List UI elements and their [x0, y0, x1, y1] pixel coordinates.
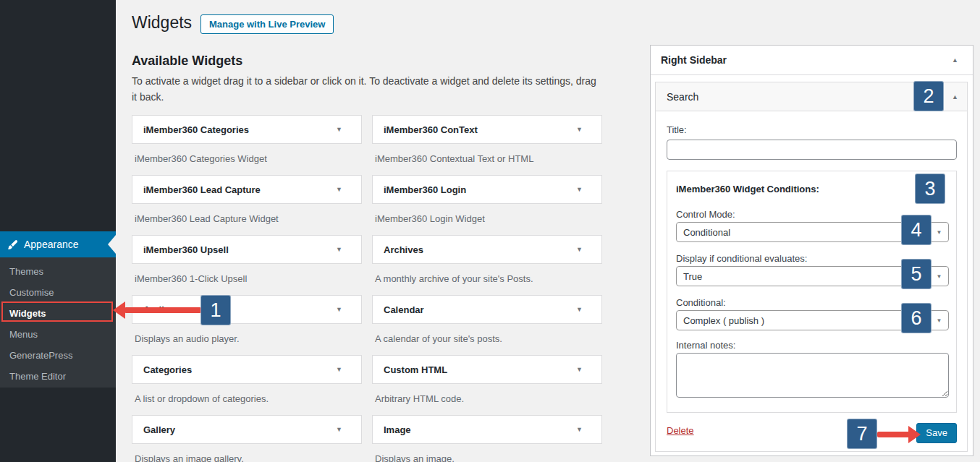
- widget-description: Displays an image gallery.: [132, 453, 362, 462]
- widget-cell: Categories▼ A list or dropdown of catego…: [132, 355, 362, 415]
- widget-image[interactable]: Image▼: [372, 415, 602, 444]
- widget-name: iMember360 ConText: [384, 124, 576, 135]
- widget-cell: iMember360 Login▼ iMember360 Login Widge…: [372, 175, 602, 235]
- annotation-arrow-1-shaft: [124, 307, 201, 313]
- chevron-down-icon[interactable]: ▼: [336, 246, 352, 253]
- widget-cell: Image▼ Displays an image.: [372, 415, 602, 462]
- paintbrush-icon: [7, 239, 18, 250]
- chevron-down-icon[interactable]: ▼: [576, 306, 593, 313]
- sidebar-item-label: Appearance: [24, 239, 79, 250]
- widget-imember360-context[interactable]: iMember360 ConText▼: [372, 115, 602, 144]
- widget-imember360-login[interactable]: iMember360 Login▼: [372, 175, 602, 204]
- control-mode-label: Control Mode:: [676, 209, 735, 220]
- widget-imember360-categories[interactable]: iMember360 Categories▼: [132, 115, 362, 144]
- collapse-icon[interactable]: ▲: [952, 56, 963, 64]
- widgets-admin-page: Appearance Themes Customise Widgets Menu…: [0, 0, 980, 462]
- widget-description: A list or dropdown of categories.: [132, 393, 362, 404]
- widget-description: Displays an image.: [372, 453, 602, 462]
- widget-name: iMember360 Lead Capture: [143, 184, 336, 195]
- widget-custom-html[interactable]: Custom HTML▼: [372, 355, 602, 384]
- sidebar-item-appearance[interactable]: Appearance: [0, 231, 116, 257]
- chevron-down-icon[interactable]: ▼: [929, 311, 948, 330]
- chevron-down-icon[interactable]: ▼: [336, 126, 352, 133]
- right-sidebar-header[interactable]: Right Sidebar ▲: [651, 46, 973, 75]
- widget-cell: Audio▼ Displays an audio player.: [132, 295, 362, 355]
- conditional-value: Complex ( publish ): [677, 315, 929, 326]
- available-widgets-description: To activate a widget drag it to a sideba…: [132, 74, 601, 105]
- current-menu-notch: [108, 235, 116, 254]
- sidebar-item-theme-editor[interactable]: Theme Editor: [0, 366, 116, 387]
- annotation-arrow-1-head: [113, 301, 125, 319]
- widget-name: Archives: [384, 244, 576, 255]
- title-input[interactable]: [667, 140, 957, 160]
- annotation-badge-2: 2: [913, 81, 944, 111]
- widget-imember360-upsell[interactable]: iMember360 Upsell▼: [132, 235, 362, 264]
- widget-description: Arbitrary HTML code.: [372, 393, 602, 404]
- display-if-label: Display if conditional evaluates:: [676, 253, 807, 264]
- title-field-label: Title:: [667, 124, 687, 135]
- annotation-badge-7: 7: [847, 419, 877, 449]
- widget-description: iMember360 Lead Capture Widget: [132, 213, 362, 224]
- annotation-arrow-7-head: [908, 426, 921, 443]
- widget-description: iMember360 Categories Widget: [132, 153, 362, 164]
- chevron-down-icon[interactable]: ▼: [336, 186, 352, 193]
- widget-archives[interactable]: Archives▼: [372, 235, 602, 264]
- save-button[interactable]: Save: [916, 423, 957, 443]
- annotation-badge-4: 4: [901, 215, 932, 245]
- widget-cell: Archives▼ A monthly archive of your site…: [372, 235, 602, 295]
- annotation-arrow-7-shaft: [877, 432, 910, 437]
- widget-conditions-box: iMember360 Widget Conditions: Control Mo…: [667, 171, 957, 413]
- widget-description: iMember360 Login Widget: [372, 213, 602, 224]
- internal-notes-textarea[interactable]: [676, 353, 949, 398]
- widget-cell: iMember360 Lead Capture▼ iMember360 Lead…: [132, 175, 362, 235]
- chevron-down-icon[interactable]: ▼: [336, 426, 352, 433]
- available-widgets-heading: Available Widgets: [132, 54, 242, 69]
- conditions-heading: iMember360 Widget Conditions:: [676, 184, 819, 194]
- page-title: Widgets: [132, 13, 192, 33]
- widget-name: Gallery: [143, 424, 336, 435]
- widget-name: iMember360 Upsell: [143, 244, 336, 255]
- chevron-down-icon[interactable]: ▼: [576, 246, 593, 253]
- widget-description: iMember360 Contextual Text or HTML: [372, 153, 602, 164]
- chevron-down-icon[interactable]: ▼: [336, 366, 352, 373]
- collapse-icon[interactable]: ▲: [952, 93, 958, 100]
- widget-name: Image: [384, 424, 576, 435]
- search-widget-title: Search: [667, 91, 952, 103]
- widget-cell: Custom HTML▼ Arbitrary HTML code.: [372, 355, 602, 415]
- widget-cell: iMember360 Categories▼ iMember360 Catego…: [132, 115, 362, 175]
- widget-calendar[interactable]: Calendar▼: [372, 295, 602, 324]
- sidebar-item-generatepress[interactable]: GeneratePress: [0, 345, 116, 366]
- widget-gallery[interactable]: Gallery▼: [132, 415, 362, 444]
- sidebar-item-customise[interactable]: Customise: [0, 282, 116, 303]
- delete-link[interactable]: Delete: [667, 425, 694, 436]
- widget-description: A monthly archive of your site's Posts.: [372, 273, 602, 284]
- chevron-down-icon[interactable]: ▼: [576, 366, 593, 373]
- chevron-down-icon[interactable]: ▼: [576, 186, 593, 193]
- display-if-value: True: [677, 271, 929, 282]
- widget-name: iMember360 Login: [384, 184, 576, 195]
- sidebar-item-menus[interactable]: Menus: [0, 324, 116, 345]
- annotation-badge-6: 6: [901, 303, 932, 333]
- widget-name: iMember360 Categories: [143, 124, 336, 135]
- widget-categories[interactable]: Categories▼: [132, 355, 362, 384]
- widget-description: Displays an audio player.: [132, 333, 362, 344]
- widget-cell: iMember360 ConText▼ iMember360 Contextua…: [372, 115, 602, 175]
- widget-imember360-lead-capture[interactable]: iMember360 Lead Capture▼: [132, 175, 362, 204]
- widget-name: Calendar: [384, 304, 576, 315]
- annotation-badge-5: 5: [901, 259, 932, 289]
- chevron-down-icon[interactable]: ▼: [336, 306, 352, 313]
- widget-cell: Calendar▼ A calendar of your site's post…: [372, 295, 602, 355]
- annotation-badge-3: 3: [915, 174, 945, 204]
- control-mode-value: Conditional: [677, 227, 929, 238]
- chevron-down-icon[interactable]: ▼: [576, 426, 593, 433]
- manage-live-preview-button[interactable]: Manage with Live Preview: [200, 14, 334, 34]
- annotation-badge-1: 1: [200, 295, 231, 325]
- chevron-down-icon[interactable]: ▼: [929, 223, 948, 241]
- right-sidebar-title: Right Sidebar: [661, 54, 952, 66]
- admin-sidebar: Appearance Themes Customise Widgets Menu…: [0, 0, 116, 462]
- internal-notes-label: Internal notes:: [676, 340, 735, 351]
- conditional-label: Conditional:: [676, 297, 726, 308]
- chevron-down-icon[interactable]: ▼: [576, 126, 593, 133]
- sidebar-item-themes[interactable]: Themes: [0, 261, 116, 282]
- chevron-down-icon[interactable]: ▼: [929, 267, 948, 286]
